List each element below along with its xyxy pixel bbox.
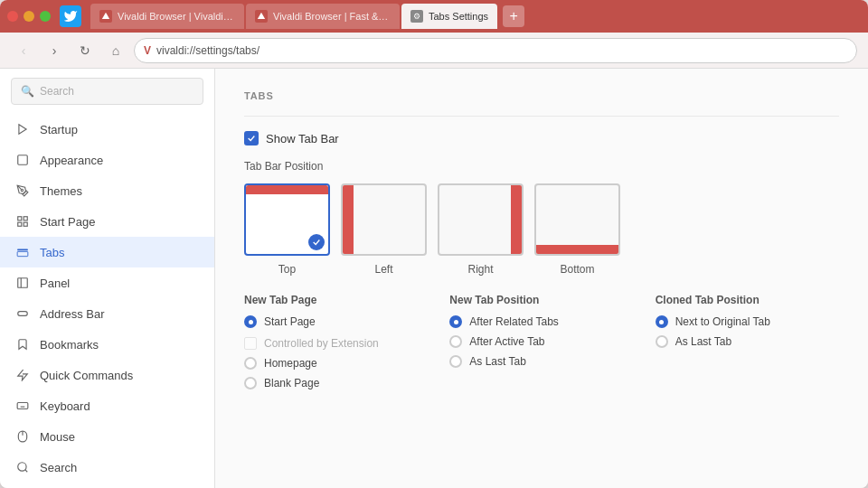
- sidebar-item-keyboard[interactable]: Keyboard: [0, 390, 214, 421]
- ctp-radio-next[interactable]: [656, 315, 668, 328]
- position-left-box[interactable]: [341, 183, 427, 256]
- sidebar-item-address-bar[interactable]: Address Bar: [0, 298, 214, 329]
- tab-indicator-right: [511, 185, 522, 254]
- new-tab-page-title: New Tab Page: [244, 294, 428, 306]
- ntp-label-controlled: Controlled by Extension: [264, 337, 379, 350]
- browser-tab-3[interactable]: ⚙ Tabs Settings: [401, 4, 497, 29]
- sidebar-items: Startup Appearance Themes: [0, 114, 214, 488]
- sidebar-item-startup[interactable]: Startup: [0, 114, 214, 145]
- browser-tab-1[interactable]: Vivaldi Browser | Vivaldi Foru…: [90, 4, 244, 29]
- ctp-radio-last[interactable]: [656, 335, 668, 348]
- ntp-radio-start-page[interactable]: [244, 315, 257, 328]
- new-tab-page-options: Start Page Controlled by Extension Homep…: [244, 315, 428, 389]
- bookmarks-label: Bookmarks: [40, 338, 99, 352]
- tab-bar-position-label: Tab Bar Position: [244, 160, 839, 173]
- sidebar-item-bookmarks[interactable]: Bookmarks: [0, 329, 214, 360]
- tab-indicator-bottom: [536, 245, 618, 254]
- sidebar-item-start-page[interactable]: Start Page: [0, 206, 214, 237]
- sidebar: 🔍 Search Startup Appearance: [0, 69, 215, 488]
- sidebar-item-mouse[interactable]: Mouse: [0, 421, 214, 452]
- ntp-pos-option-related[interactable]: After Related Tabs: [449, 315, 633, 328]
- ntp-option-blank[interactable]: Blank Page: [244, 377, 428, 389]
- ntp-option-start-page[interactable]: Start Page: [244, 315, 428, 328]
- show-tab-bar-row[interactable]: Show Tab Bar: [244, 131, 839, 145]
- ntp-radio-homepage[interactable]: [244, 357, 257, 370]
- search-sidebar-icon: [14, 459, 31, 475]
- main-content: 🔍 Search Startup Appearance: [0, 69, 868, 488]
- start-page-icon: [14, 213, 31, 230]
- svg-rect-11: [18, 312, 28, 316]
- svg-point-19: [18, 463, 26, 471]
- ntp-pos-option-active[interactable]: After Active Tab: [449, 335, 633, 348]
- ntp-pos-label-last: As Last Tab: [469, 355, 525, 368]
- position-left[interactable]: Left: [341, 183, 427, 276]
- ntp-pos-radio-related[interactable]: [449, 315, 462, 328]
- settings-content: TABS Show Tab Bar Tab Bar Position: [215, 69, 868, 488]
- browser-tabs-bar: Vivaldi Browser | Vivaldi Foru… Vivaldi …: [90, 4, 861, 29]
- position-right-label: Right: [467, 263, 493, 276]
- browser-tab-2[interactable]: Vivaldi Browser | Fast & Flexi…: [246, 4, 400, 29]
- back-button[interactable]: ‹: [11, 38, 36, 63]
- search-input[interactable]: 🔍 Search: [11, 78, 203, 105]
- address-bar[interactable]: V vivaldi://settings/tabs/: [134, 38, 857, 63]
- ctp-label-next: Next to Original Tab: [675, 315, 770, 328]
- sidebar-item-quick-commands[interactable]: Quick Commands: [0, 360, 214, 390]
- mouse-label: Mouse: [40, 430, 75, 444]
- position-bottom[interactable]: Bottom: [534, 183, 620, 276]
- settings-favicon-3: ⚙: [410, 10, 423, 23]
- minimize-button[interactable]: [24, 11, 34, 22]
- ctp-option-last[interactable]: As Last Tab: [656, 335, 839, 348]
- home-button[interactable]: ⌂: [103, 38, 128, 63]
- keyboard-label: Keyboard: [40, 399, 90, 413]
- svg-point-2: [21, 189, 23, 191]
- ntp-label-homepage: Homepage: [264, 357, 317, 370]
- ntp-radio-blank[interactable]: [244, 377, 257, 389]
- position-left-label: Left: [374, 263, 392, 276]
- cloned-tab-position-options: Next to Original Tab As Last Tab: [656, 315, 839, 348]
- sidebar-item-search[interactable]: Search: [0, 452, 214, 483]
- quick-commands-label: Quick Commands: [40, 369, 133, 382]
- ntp-pos-radio-active[interactable]: [449, 335, 462, 348]
- sidebar-item-tabs[interactable]: Tabs: [0, 237, 214, 267]
- ntp-option-homepage[interactable]: Homepage: [244, 357, 428, 370]
- ntp-pos-option-last[interactable]: As Last Tab: [449, 355, 633, 368]
- sidebar-item-privacy[interactable]: Privacy: [0, 483, 214, 488]
- position-bottom-box[interactable]: [534, 183, 620, 256]
- sidebar-item-themes[interactable]: Themes: [0, 175, 214, 206]
- sidebar-item-panel[interactable]: Panel: [0, 267, 214, 298]
- svg-rect-7: [17, 249, 28, 251]
- ntp-option-controlled[interactable]: Controlled by Extension: [244, 337, 428, 350]
- divider-1: [244, 116, 839, 117]
- cloned-tab-position-section: Cloned Tab Position Next to Original Tab…: [656, 294, 839, 389]
- keyboard-icon: [14, 398, 31, 414]
- ntp-pos-radio-last[interactable]: [449, 355, 462, 368]
- search-icon: 🔍: [21, 85, 34, 98]
- new-tab-button[interactable]: +: [503, 5, 524, 27]
- twitter-icon[interactable]: [60, 5, 81, 27]
- ctp-option-next[interactable]: Next to Original Tab: [656, 315, 839, 328]
- startup-icon: [14, 121, 31, 137]
- new-tab-page-section: New Tab Page Start Page Controlled by Ex…: [244, 294, 428, 389]
- reload-button[interactable]: ↻: [72, 38, 98, 63]
- forward-button[interactable]: ›: [42, 38, 67, 63]
- position-right[interactable]: Right: [438, 183, 524, 276]
- selected-checkmark: [308, 234, 325, 250]
- vivaldi-favicon-1: [99, 10, 112, 23]
- appearance-label: Appearance: [40, 154, 103, 167]
- cloned-tab-position-title: Cloned Tab Position: [656, 294, 839, 306]
- show-tab-bar-label: Show Tab Bar: [266, 132, 339, 145]
- position-right-box[interactable]: [438, 183, 524, 256]
- show-tab-bar-checkbox[interactable]: [244, 131, 259, 145]
- close-button[interactable]: [7, 11, 18, 22]
- traffic-lights: [7, 11, 51, 22]
- ntp-checkbox-controlled[interactable]: [244, 337, 257, 350]
- position-top-label: Top: [278, 263, 296, 276]
- position-top-box[interactable]: [244, 183, 330, 256]
- sidebar-item-appearance[interactable]: Appearance: [0, 145, 214, 175]
- new-tab-position-section: New Tab Position After Related Tabs Afte…: [449, 294, 633, 389]
- maximize-button[interactable]: [40, 11, 51, 22]
- ntp-label-blank: Blank Page: [264, 377, 319, 389]
- position-top[interactable]: Top: [244, 183, 330, 276]
- new-tab-position-title: New Tab Position: [449, 294, 633, 306]
- tab-indicator-left: [343, 185, 354, 254]
